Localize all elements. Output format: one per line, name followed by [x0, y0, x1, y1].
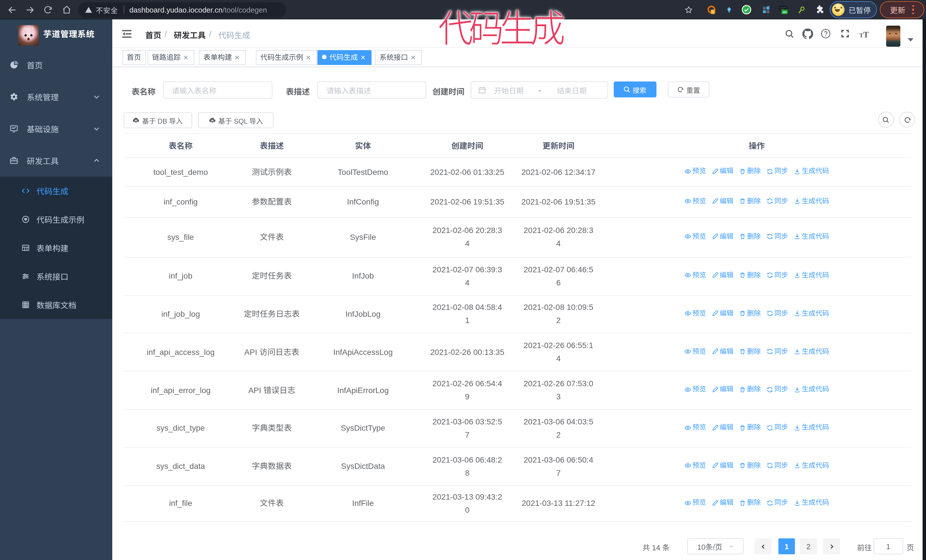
svg-text:1: 1 [711, 9, 713, 14]
svg-text:T: T [863, 29, 869, 38]
svg-text:on: on [783, 10, 787, 14]
svg-text:T: T [859, 32, 863, 38]
